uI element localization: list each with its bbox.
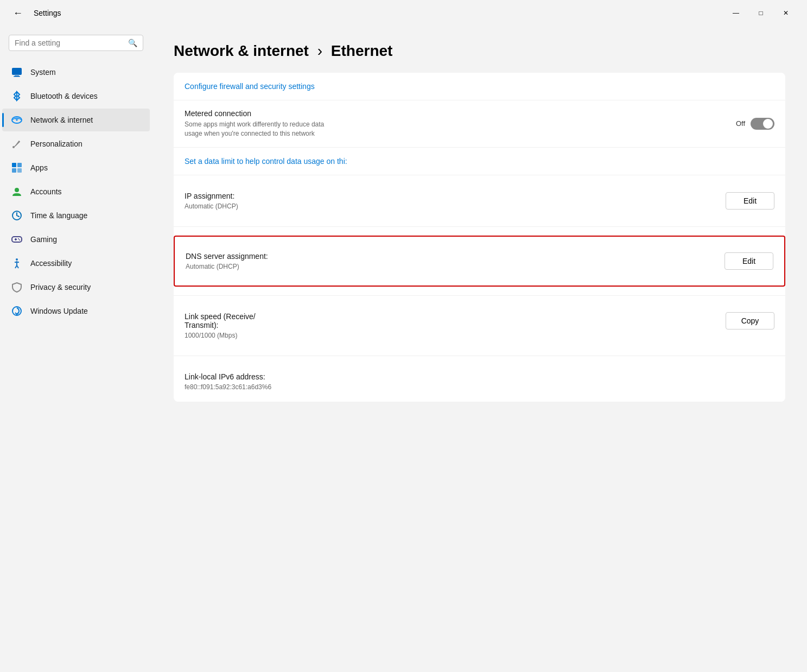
sidebar-item-bluetooth[interactable]: Bluetooth & devices: [2, 85, 150, 107]
svg-point-16: [19, 239, 20, 240]
link-speed-info: Link speed (Receive/ Transmit): 1000/100…: [185, 312, 726, 339]
data-limit-link[interactable]: Set a data limit to help control data us…: [185, 157, 347, 166]
main-content: Network & internet › Ethernet Configure …: [152, 26, 807, 672]
sidebar-item-accounts[interactable]: Accounts: [2, 180, 150, 203]
svg-point-10: [15, 188, 19, 192]
apps-icon: [11, 162, 23, 174]
sidebar-item-privacy[interactable]: Privacy & security: [2, 276, 150, 299]
sidebar-item-label: Apps: [30, 163, 48, 172]
svg-point-5: [12, 146, 15, 148]
sidebar-item-label: Windows Update: [30, 307, 88, 315]
svg-rect-7: [17, 163, 22, 167]
link-speed-copy-button[interactable]: Copy: [726, 312, 774, 329]
ip-assignment-value: Automatic (DHCP): [185, 202, 726, 210]
breadcrumb-separator: ›: [317, 42, 322, 59]
update-icon: [11, 305, 23, 317]
metered-desc: Some apps might work differently to redu…: [185, 120, 336, 138]
toggle-knob: [763, 119, 773, 129]
settings-card: Configure firewall and security settings…: [174, 73, 785, 402]
ip-info: IP assignment: Automatic (DHCP): [185, 192, 726, 210]
breadcrumb-current: Ethernet: [331, 42, 393, 59]
svg-point-17: [16, 258, 18, 261]
metered-toggle[interactable]: Off: [736, 118, 774, 130]
window-controls: — □ ✕: [723, 4, 798, 22]
ipv6-label: Link-local IPv6 address:: [185, 372, 774, 381]
accessibility-icon: [11, 257, 23, 269]
bluetooth-icon: [11, 90, 23, 102]
dns-assignment-section: DNS server assignment: Automatic (DHCP) …: [174, 227, 785, 296]
data-limit-section: Set a data limit to help control data us…: [174, 148, 785, 175]
accounts-icon: [11, 186, 23, 198]
sidebar-item-label: Time & language: [30, 211, 87, 220]
dns-assignment-value: Automatic (DHCP): [186, 263, 725, 270]
ip-edit-button[interactable]: Edit: [726, 192, 774, 210]
dns-assignment-row: DNS server assignment: Automatic (DHCP) …: [186, 244, 773, 278]
breadcrumb-parent: Network & internet: [174, 42, 309, 59]
titlebar: ← Settings — □ ✕: [0, 0, 807, 26]
sidebar-item-label: Network & internet: [30, 116, 93, 124]
metered-connection-section: Metered connection Some apps might work …: [174, 100, 785, 148]
search-icon: 🔍: [128, 39, 137, 47]
ipv6-section: Link-local IPv6 address: fe80::f091:5a92…: [174, 356, 785, 402]
time-icon: [11, 210, 23, 221]
svg-point-15: [18, 238, 19, 239]
ip-assignment-section: IP assignment: Automatic (DHCP) Edit: [174, 175, 785, 227]
dns-assignment-label: DNS server assignment:: [186, 252, 725, 261]
link-speed-row: Link speed (Receive/ Transmit): 1000/100…: [185, 305, 774, 347]
ipv6-info: Link-local IPv6 address: fe80::f091:5a92…: [185, 365, 774, 393]
metered-info: Metered connection Some apps might work …: [185, 109, 725, 138]
sidebar-item-apps[interactable]: Apps: [2, 156, 150, 179]
sidebar-item-label: Accounts: [30, 187, 62, 196]
sidebar-item-personalization[interactable]: Personalization: [2, 132, 150, 155]
link-speed-label: Link speed (Receive/ Transmit):: [185, 312, 726, 329]
gaming-icon: [11, 233, 23, 245]
dns-edit-button[interactable]: Edit: [725, 252, 773, 270]
shield-icon: [11, 281, 23, 293]
main-layout: 🔍 System Bluetooth & devices: [0, 26, 807, 672]
maximize-button[interactable]: □: [748, 4, 773, 22]
metered-label: Metered connection: [185, 109, 725, 118]
metered-toggle-label: Off: [736, 119, 745, 128]
svg-line-21: [17, 265, 18, 268]
sidebar-item-label: Privacy & security: [30, 283, 91, 291]
page-title: Network & internet › Ethernet: [174, 42, 785, 60]
search-box[interactable]: 🔍: [9, 35, 143, 51]
svg-rect-0: [12, 68, 22, 75]
metered-toggle-switch[interactable]: [751, 118, 774, 130]
monitor-icon: [11, 66, 23, 78]
app-title: Settings: [34, 9, 61, 17]
network-icon: [11, 114, 23, 126]
link-speed-section: Link speed (Receive/ Transmit): 1000/100…: [174, 296, 785, 356]
brush-icon: [11, 138, 23, 150]
ip-assignment-row: IP assignment: Automatic (DHCP) Edit: [185, 184, 774, 218]
sidebar: 🔍 System Bluetooth & devices: [0, 26, 152, 672]
ipv6-value: fe80::f091:5a92:3c61:a6d3%6: [185, 383, 774, 391]
dns-highlight-box: DNS server assignment: Automatic (DHCP) …: [174, 236, 785, 287]
svg-rect-8: [12, 168, 16, 173]
close-button[interactable]: ✕: [773, 4, 798, 22]
ip-assignment-label: IP assignment:: [185, 192, 726, 200]
sidebar-item-network[interactable]: Network & internet: [2, 109, 150, 131]
page-header: Network & internet › Ethernet: [174, 26, 785, 73]
sidebar-item-gaming[interactable]: Gaming: [2, 228, 150, 251]
sidebar-item-time[interactable]: Time & language: [2, 204, 150, 227]
sidebar-item-label: Personalization: [30, 140, 82, 148]
firewall-section: Configure firewall and security settings: [174, 73, 785, 100]
svg-rect-2: [14, 76, 20, 77]
back-button[interactable]: ←: [9, 5, 27, 21]
search-input[interactable]: [15, 39, 124, 47]
sidebar-item-label: System: [30, 68, 56, 77]
svg-rect-9: [17, 168, 22, 173]
dns-info: DNS server assignment: Automatic (DHCP): [186, 252, 725, 270]
link-speed-value: 1000/1000 (Mbps): [185, 332, 726, 339]
sidebar-item-update[interactable]: Windows Update: [2, 300, 150, 322]
sidebar-item-accessibility[interactable]: Accessibility: [2, 252, 150, 275]
firewall-link[interactable]: Configure firewall and security settings: [185, 82, 315, 91]
minimize-button[interactable]: —: [723, 4, 748, 22]
svg-rect-6: [12, 163, 16, 167]
sidebar-item-label: Accessibility: [30, 259, 72, 268]
sidebar-item-system[interactable]: System: [2, 61, 150, 84]
svg-point-4: [16, 119, 18, 121]
sidebar-item-label: Gaming: [30, 235, 57, 244]
metered-connection-row: Metered connection Some apps might work …: [185, 109, 774, 138]
